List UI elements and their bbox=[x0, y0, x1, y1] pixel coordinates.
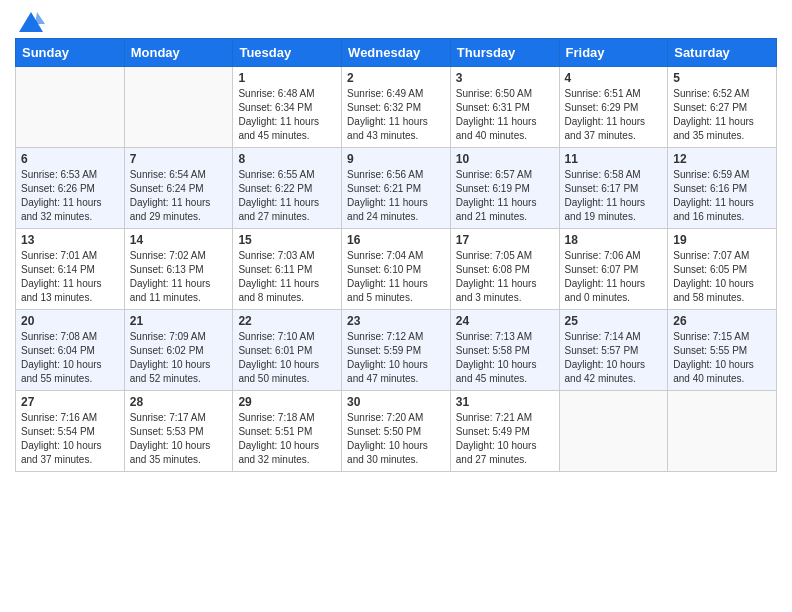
day-info: Sunrise: 7:07 AM Sunset: 6:05 PM Dayligh… bbox=[673, 249, 771, 305]
calendar-cell: 11Sunrise: 6:58 AM Sunset: 6:17 PM Dayli… bbox=[559, 148, 668, 229]
day-info: Sunrise: 6:55 AM Sunset: 6:22 PM Dayligh… bbox=[238, 168, 336, 224]
day-info: Sunrise: 7:04 AM Sunset: 6:10 PM Dayligh… bbox=[347, 249, 445, 305]
day-number: 6 bbox=[21, 152, 119, 166]
calendar-cell: 29Sunrise: 7:18 AM Sunset: 5:51 PM Dayli… bbox=[233, 391, 342, 472]
day-info: Sunrise: 7:10 AM Sunset: 6:01 PM Dayligh… bbox=[238, 330, 336, 386]
calendar-cell: 17Sunrise: 7:05 AM Sunset: 6:08 PM Dayli… bbox=[450, 229, 559, 310]
logo-icon bbox=[17, 10, 45, 34]
calendar-cell: 22Sunrise: 7:10 AM Sunset: 6:01 PM Dayli… bbox=[233, 310, 342, 391]
calendar-cell: 23Sunrise: 7:12 AM Sunset: 5:59 PM Dayli… bbox=[342, 310, 451, 391]
calendar-cell: 3Sunrise: 6:50 AM Sunset: 6:31 PM Daylig… bbox=[450, 67, 559, 148]
calendar-cell: 1Sunrise: 6:48 AM Sunset: 6:34 PM Daylig… bbox=[233, 67, 342, 148]
day-info: Sunrise: 6:51 AM Sunset: 6:29 PM Dayligh… bbox=[565, 87, 663, 143]
calendar-cell: 7Sunrise: 6:54 AM Sunset: 6:24 PM Daylig… bbox=[124, 148, 233, 229]
day-info: Sunrise: 7:20 AM Sunset: 5:50 PM Dayligh… bbox=[347, 411, 445, 467]
weekday-header-friday: Friday bbox=[559, 39, 668, 67]
svg-marker-1 bbox=[35, 12, 45, 24]
day-info: Sunrise: 7:17 AM Sunset: 5:53 PM Dayligh… bbox=[130, 411, 228, 467]
day-number: 10 bbox=[456, 152, 554, 166]
day-number: 13 bbox=[21, 233, 119, 247]
day-number: 26 bbox=[673, 314, 771, 328]
day-number: 24 bbox=[456, 314, 554, 328]
day-number: 19 bbox=[673, 233, 771, 247]
calendar-cell: 12Sunrise: 6:59 AM Sunset: 6:16 PM Dayli… bbox=[668, 148, 777, 229]
calendar-cell: 10Sunrise: 6:57 AM Sunset: 6:19 PM Dayli… bbox=[450, 148, 559, 229]
day-number: 14 bbox=[130, 233, 228, 247]
calendar-cell: 19Sunrise: 7:07 AM Sunset: 6:05 PM Dayli… bbox=[668, 229, 777, 310]
day-info: Sunrise: 6:52 AM Sunset: 6:27 PM Dayligh… bbox=[673, 87, 771, 143]
header bbox=[15, 10, 777, 30]
calendar-cell bbox=[559, 391, 668, 472]
day-info: Sunrise: 7:18 AM Sunset: 5:51 PM Dayligh… bbox=[238, 411, 336, 467]
weekday-header-thursday: Thursday bbox=[450, 39, 559, 67]
day-info: Sunrise: 7:01 AM Sunset: 6:14 PM Dayligh… bbox=[21, 249, 119, 305]
day-number: 25 bbox=[565, 314, 663, 328]
weekday-header-saturday: Saturday bbox=[668, 39, 777, 67]
day-info: Sunrise: 7:06 AM Sunset: 6:07 PM Dayligh… bbox=[565, 249, 663, 305]
calendar-cell: 5Sunrise: 6:52 AM Sunset: 6:27 PM Daylig… bbox=[668, 67, 777, 148]
day-info: Sunrise: 7:13 AM Sunset: 5:58 PM Dayligh… bbox=[456, 330, 554, 386]
day-number: 5 bbox=[673, 71, 771, 85]
day-number: 8 bbox=[238, 152, 336, 166]
day-info: Sunrise: 7:02 AM Sunset: 6:13 PM Dayligh… bbox=[130, 249, 228, 305]
day-number: 1 bbox=[238, 71, 336, 85]
day-info: Sunrise: 6:49 AM Sunset: 6:32 PM Dayligh… bbox=[347, 87, 445, 143]
day-info: Sunrise: 7:16 AM Sunset: 5:54 PM Dayligh… bbox=[21, 411, 119, 467]
weekday-header-tuesday: Tuesday bbox=[233, 39, 342, 67]
day-info: Sunrise: 6:59 AM Sunset: 6:16 PM Dayligh… bbox=[673, 168, 771, 224]
calendar-cell: 15Sunrise: 7:03 AM Sunset: 6:11 PM Dayli… bbox=[233, 229, 342, 310]
calendar-cell bbox=[124, 67, 233, 148]
calendar-cell: 30Sunrise: 7:20 AM Sunset: 5:50 PM Dayli… bbox=[342, 391, 451, 472]
weekday-header-wednesday: Wednesday bbox=[342, 39, 451, 67]
day-number: 15 bbox=[238, 233, 336, 247]
calendar-cell: 16Sunrise: 7:04 AM Sunset: 6:10 PM Dayli… bbox=[342, 229, 451, 310]
day-number: 11 bbox=[565, 152, 663, 166]
day-info: Sunrise: 7:05 AM Sunset: 6:08 PM Dayligh… bbox=[456, 249, 554, 305]
day-info: Sunrise: 7:08 AM Sunset: 6:04 PM Dayligh… bbox=[21, 330, 119, 386]
day-number: 27 bbox=[21, 395, 119, 409]
day-number: 30 bbox=[347, 395, 445, 409]
day-info: Sunrise: 6:53 AM Sunset: 6:26 PM Dayligh… bbox=[21, 168, 119, 224]
calendar-cell: 14Sunrise: 7:02 AM Sunset: 6:13 PM Dayli… bbox=[124, 229, 233, 310]
day-number: 18 bbox=[565, 233, 663, 247]
calendar-cell: 13Sunrise: 7:01 AM Sunset: 6:14 PM Dayli… bbox=[16, 229, 125, 310]
week-row-1: 1Sunrise: 6:48 AM Sunset: 6:34 PM Daylig… bbox=[16, 67, 777, 148]
week-row-3: 13Sunrise: 7:01 AM Sunset: 6:14 PM Dayli… bbox=[16, 229, 777, 310]
logo bbox=[15, 10, 45, 30]
day-info: Sunrise: 6:57 AM Sunset: 6:19 PM Dayligh… bbox=[456, 168, 554, 224]
day-number: 4 bbox=[565, 71, 663, 85]
day-info: Sunrise: 7:15 AM Sunset: 5:55 PM Dayligh… bbox=[673, 330, 771, 386]
week-row-2: 6Sunrise: 6:53 AM Sunset: 6:26 PM Daylig… bbox=[16, 148, 777, 229]
day-number: 3 bbox=[456, 71, 554, 85]
calendar-cell: 6Sunrise: 6:53 AM Sunset: 6:26 PM Daylig… bbox=[16, 148, 125, 229]
calendar-cell: 18Sunrise: 7:06 AM Sunset: 6:07 PM Dayli… bbox=[559, 229, 668, 310]
day-number: 7 bbox=[130, 152, 228, 166]
calendar-cell: 27Sunrise: 7:16 AM Sunset: 5:54 PM Dayli… bbox=[16, 391, 125, 472]
day-info: Sunrise: 7:12 AM Sunset: 5:59 PM Dayligh… bbox=[347, 330, 445, 386]
day-number: 17 bbox=[456, 233, 554, 247]
day-number: 20 bbox=[21, 314, 119, 328]
calendar-cell: 24Sunrise: 7:13 AM Sunset: 5:58 PM Dayli… bbox=[450, 310, 559, 391]
day-info: Sunrise: 6:50 AM Sunset: 6:31 PM Dayligh… bbox=[456, 87, 554, 143]
weekday-header-sunday: Sunday bbox=[16, 39, 125, 67]
calendar-cell: 31Sunrise: 7:21 AM Sunset: 5:49 PM Dayli… bbox=[450, 391, 559, 472]
day-number: 21 bbox=[130, 314, 228, 328]
day-info: Sunrise: 7:14 AM Sunset: 5:57 PM Dayligh… bbox=[565, 330, 663, 386]
calendar-cell: 20Sunrise: 7:08 AM Sunset: 6:04 PM Dayli… bbox=[16, 310, 125, 391]
week-row-4: 20Sunrise: 7:08 AM Sunset: 6:04 PM Dayli… bbox=[16, 310, 777, 391]
day-info: Sunrise: 7:03 AM Sunset: 6:11 PM Dayligh… bbox=[238, 249, 336, 305]
day-number: 2 bbox=[347, 71, 445, 85]
week-row-5: 27Sunrise: 7:16 AM Sunset: 5:54 PM Dayli… bbox=[16, 391, 777, 472]
day-number: 28 bbox=[130, 395, 228, 409]
calendar-cell: 25Sunrise: 7:14 AM Sunset: 5:57 PM Dayli… bbox=[559, 310, 668, 391]
calendar-cell bbox=[16, 67, 125, 148]
day-number: 22 bbox=[238, 314, 336, 328]
day-number: 31 bbox=[456, 395, 554, 409]
day-number: 16 bbox=[347, 233, 445, 247]
day-info: Sunrise: 6:58 AM Sunset: 6:17 PM Dayligh… bbox=[565, 168, 663, 224]
day-info: Sunrise: 7:09 AM Sunset: 6:02 PM Dayligh… bbox=[130, 330, 228, 386]
day-number: 9 bbox=[347, 152, 445, 166]
calendar-cell: 21Sunrise: 7:09 AM Sunset: 6:02 PM Dayli… bbox=[124, 310, 233, 391]
day-info: Sunrise: 6:54 AM Sunset: 6:24 PM Dayligh… bbox=[130, 168, 228, 224]
weekday-header-monday: Monday bbox=[124, 39, 233, 67]
